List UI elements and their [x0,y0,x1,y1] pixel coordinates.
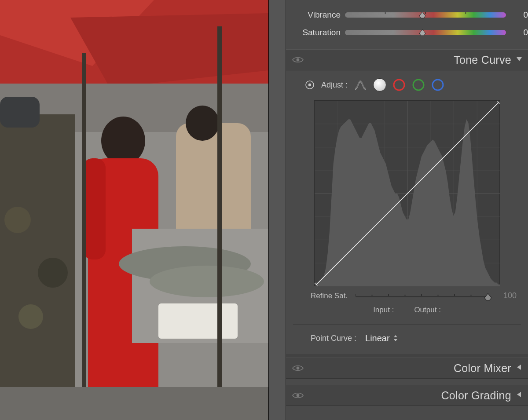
green-channel-icon[interactable] [412,78,425,91]
svg-point-6 [101,117,145,165]
blue-channel-icon[interactable] [431,78,444,91]
saturation-value[interactable]: 0 [510,28,528,37]
vibrance-thumb[interactable] [418,11,426,19]
svg-marker-68 [517,365,521,370]
collapse-icon[interactable] [516,55,523,64]
svg-marker-65 [394,335,397,337]
svg-rect-22 [0,387,268,420]
color-mixer-body-collapsed [286,379,528,385]
visibility-toggle-icon[interactable] [292,364,304,372]
refine-sat-thumb[interactable] [484,292,491,300]
vibrance-slider[interactable] [345,12,506,18]
visibility-toggle-icon[interactable] [292,391,304,399]
output-label: Output : [414,306,440,314]
svg-marker-66 [394,339,397,341]
svg-marker-64 [484,293,491,300]
color-grading-title: Color Grading [441,389,511,402]
adjust-channel-row: Adjust : [293,70,521,98]
svg-marker-70 [517,392,521,397]
svg-point-10 [4,207,31,233]
dropdown-icon [393,335,398,342]
targeted-adjustment-icon[interactable] [304,80,315,90]
svg-point-33 [308,84,311,86]
svg-marker-31 [517,57,522,61]
image-preview[interactable] [0,0,268,420]
svg-point-11 [38,258,68,288]
point-curve-dropdown[interactable]: Linear [363,332,400,344]
svg-point-67 [297,367,300,370]
preview-canvas [0,0,268,420]
refine-saturation-row: Refine Sat. 100 [293,289,521,303]
tone-curve-header[interactable]: Tone Curve [286,49,528,70]
refine-sat-label: Refine Sat. [311,292,351,300]
tone-curve-title: Tone Curve [454,54,511,66]
svg-rect-21 [217,26,222,396]
svg-rect-13 [0,97,40,128]
tone-curve-graph[interactable] [314,100,500,286]
svg-point-36 [433,80,443,90]
tone-curve-body: Adjust : [286,70,528,354]
svg-marker-28 [419,12,425,18]
color-mixer-header[interactable]: Color Mixer [286,358,528,379]
expand-icon[interactable] [516,391,523,400]
svg-point-30 [297,58,300,62]
point-curve-row: Point Curve : Linear [293,324,521,354]
vibrance-label: Vibrance [286,10,341,20]
red-channel-icon[interactable] [392,78,406,91]
expand-icon[interactable] [516,364,523,373]
presence-section: Vibrance 0 Saturation [286,0,528,49]
color-mixer-title: Color Mixer [454,362,511,375]
panel-divider[interactable] [268,0,286,420]
parametric-curve-icon[interactable] [354,78,367,91]
svg-point-15 [186,106,219,141]
svg-rect-19 [158,303,238,339]
saturation-slider[interactable] [345,30,506,35]
svg-marker-29 [419,29,425,36]
svg-rect-20 [82,53,86,396]
refine-sat-value: 100 [492,291,517,300]
point-curve-label: Point Curve : [311,334,356,343]
refine-sat-slider[interactable] [356,294,488,298]
svg-point-35 [413,80,424,90]
saturation-label: Saturation [286,28,341,37]
adjust-label: Adjust : [321,80,348,90]
vibrance-value[interactable]: 0 [510,10,528,20]
saturation-thumb[interactable] [418,29,426,37]
svg-point-18 [150,266,264,297]
svg-point-34 [394,80,404,90]
curve-io-readout: Input : Output : [293,303,521,321]
vibrance-slider-row: Vibrance 0 [286,6,528,24]
rgb-channel-icon[interactable] [373,78,386,91]
svg-rect-14 [176,123,251,246]
color-grading-header[interactable]: Color Grading [286,385,528,406]
svg-point-69 [297,394,300,397]
point-curve-value: Linear [365,333,390,343]
input-label: Input : [373,306,394,314]
svg-point-12 [18,304,43,329]
visibility-toggle-icon[interactable] [292,56,304,64]
saturation-slider-row: Saturation 0 [286,24,528,41]
develop-right-panel: Vibrance 0 Saturation [286,0,528,420]
